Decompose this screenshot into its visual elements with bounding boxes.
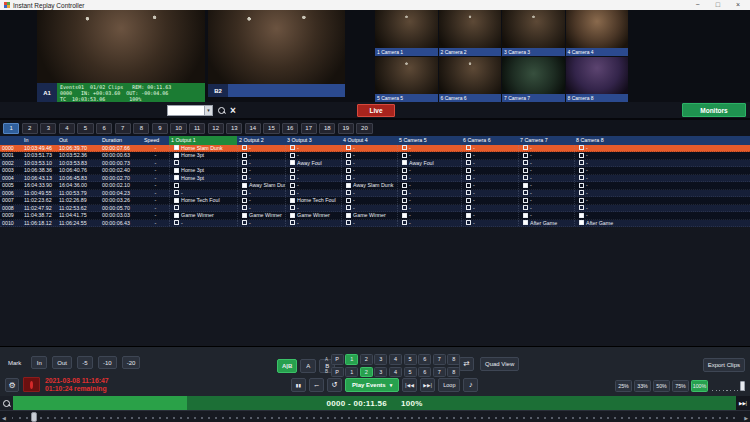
channel-checkbox[interactable] bbox=[523, 213, 528, 218]
column-header-3-output-3[interactable]: 3 Output 3 bbox=[285, 136, 341, 145]
monitor-b[interactable]: B2 bbox=[208, 10, 345, 102]
channel-checkbox[interactable] bbox=[402, 183, 407, 188]
camera-thumb-5[interactable]: 5 Camera 5 bbox=[375, 57, 438, 103]
playbar-zoom-button[interactable] bbox=[0, 396, 13, 410]
channel-checkbox[interactable] bbox=[466, 183, 471, 188]
channel-checkbox[interactable] bbox=[242, 190, 247, 195]
channel-checkbox[interactable] bbox=[466, 205, 471, 210]
column-header-7-camera-7[interactable]: 7 Camera 7 bbox=[518, 136, 574, 145]
bank-a-channel-2[interactable]: 2 bbox=[360, 354, 373, 365]
column-header-duration[interactable]: Duration bbox=[100, 136, 142, 145]
tab-2[interactable]: 2 bbox=[22, 123, 38, 134]
channel-checkbox[interactable] bbox=[402, 145, 407, 150]
channel-checkbox[interactable] bbox=[523, 198, 528, 203]
search-dropdown-caret-icon[interactable]: ▾ bbox=[204, 106, 212, 115]
live-button[interactable]: Live bbox=[357, 104, 395, 117]
tab-4[interactable]: 4 bbox=[59, 123, 75, 134]
channel-checkbox[interactable] bbox=[523, 153, 528, 158]
20-button[interactable]: -20 bbox=[122, 356, 141, 369]
bank-a-p-button[interactable]: P bbox=[331, 354, 344, 365]
bank-a-channel-7[interactable]: 7 bbox=[433, 354, 446, 365]
channel-checkbox[interactable] bbox=[290, 153, 295, 158]
bank-a-channel-6[interactable]: 6 bbox=[418, 354, 431, 365]
tab-8[interactable]: 8 bbox=[133, 123, 149, 134]
timeline-ruler[interactable]: ◀ ▶ bbox=[0, 410, 750, 422]
channel-checkbox[interactable] bbox=[579, 213, 584, 218]
table-row-0000[interactable]: 000010:03:49.4610:06:39.7000:00:07.66-Ho… bbox=[0, 145, 750, 153]
tab-11[interactable]: 11 bbox=[189, 123, 205, 134]
channel-checkbox[interactable] bbox=[346, 160, 351, 165]
channel-checkbox[interactable] bbox=[579, 175, 584, 180]
channel-checkbox[interactable] bbox=[346, 145, 351, 150]
ab-both-button[interactable]: A|B bbox=[277, 359, 297, 373]
channel-checkbox[interactable] bbox=[242, 145, 247, 150]
speed-75[interactable]: 75% bbox=[672, 380, 689, 392]
channel-checkbox[interactable] bbox=[402, 168, 407, 173]
channel-checkbox[interactable] bbox=[290, 205, 295, 210]
channel-checkbox[interactable] bbox=[523, 205, 528, 210]
channel-checkbox[interactable] bbox=[242, 205, 247, 210]
channel-checkbox[interactable] bbox=[579, 205, 584, 210]
table-row-0004[interactable]: 000410:06:43.1310:06:45.8300:00:02.70-Ho… bbox=[0, 175, 750, 183]
speed-50[interactable]: 50% bbox=[653, 380, 670, 392]
channel-checkbox[interactable] bbox=[466, 160, 471, 165]
ruler-scroll-left-icon[interactable]: ◀ bbox=[2, 415, 6, 421]
camera-thumb-1[interactable]: 1 Camera 1 bbox=[375, 10, 438, 56]
camera-thumb-3[interactable]: 3 Camera 3 bbox=[502, 10, 565, 56]
column-header-in[interactable]: In bbox=[22, 136, 57, 145]
search-input[interactable] bbox=[168, 106, 204, 115]
tab-20[interactable]: 20 bbox=[356, 123, 372, 134]
channel-checkbox[interactable] bbox=[523, 183, 528, 188]
monitors-button[interactable]: Monitors bbox=[682, 103, 746, 117]
channel-checkbox[interactable] bbox=[402, 220, 407, 225]
channel-checkbox[interactable] bbox=[290, 190, 295, 195]
replay-button[interactable]: ↺ bbox=[327, 378, 342, 392]
timeline-scrubber[interactable] bbox=[31, 412, 37, 422]
in-button[interactable]: In bbox=[31, 356, 47, 369]
tab-12[interactable]: 12 bbox=[208, 123, 224, 134]
channel-checkbox[interactable] bbox=[174, 205, 179, 210]
bank-a-channel-4[interactable]: 4 bbox=[389, 354, 402, 365]
channel-checkbox[interactable] bbox=[290, 213, 295, 218]
channel-checkbox[interactable] bbox=[174, 145, 179, 150]
channel-checkbox[interactable] bbox=[466, 168, 471, 173]
speed-slider[interactable] bbox=[712, 381, 745, 391]
channel-checkbox[interactable] bbox=[174, 213, 179, 218]
channel-checkbox[interactable] bbox=[242, 168, 247, 173]
channel-checkbox[interactable] bbox=[346, 198, 351, 203]
playbar-track[interactable]: 0000 - 00:11.56 100% bbox=[13, 396, 736, 410]
channel-checkbox[interactable] bbox=[174, 168, 179, 173]
tab-1[interactable]: 1 bbox=[3, 123, 19, 134]
bank-b-channel-3[interactable]: 3 bbox=[374, 367, 387, 378]
channel-checkbox[interactable] bbox=[174, 153, 179, 158]
play-events-button[interactable]: Play Events ▾ bbox=[345, 378, 399, 392]
channel-checkbox[interactable] bbox=[174, 220, 179, 225]
bank-b-channel-2[interactable]: 2 bbox=[360, 367, 373, 378]
slider-handle[interactable] bbox=[740, 381, 745, 391]
record-button[interactable] bbox=[23, 377, 40, 392]
tab-7[interactable]: 7 bbox=[115, 123, 131, 134]
bank-a-channel-3[interactable]: 3 bbox=[374, 354, 387, 365]
channel-checkbox[interactable] bbox=[523, 145, 528, 150]
channel-checkbox[interactable] bbox=[174, 183, 179, 188]
minimize-icon[interactable]: − bbox=[696, 0, 700, 10]
channel-checkbox[interactable] bbox=[290, 168, 295, 173]
channel-checkbox[interactable] bbox=[466, 175, 471, 180]
table-row-0005[interactable]: 000516:04:33.9016:04:36.0000:00:02.10-Aw… bbox=[0, 182, 750, 190]
table-row-0006[interactable]: 000611:00:49.5511:00:53.7900:00:04.23---… bbox=[0, 190, 750, 198]
channel-checkbox[interactable] bbox=[346, 183, 351, 188]
channel-checkbox[interactable] bbox=[174, 190, 179, 195]
channel-checkbox[interactable] bbox=[290, 183, 295, 188]
column-header-1-output-1[interactable]: 1 Output 1 bbox=[169, 136, 237, 145]
channel-checkbox[interactable] bbox=[466, 190, 471, 195]
skip-start-button[interactable]: |◀◀ bbox=[402, 378, 417, 392]
bank-b-channel-7[interactable]: 7 bbox=[433, 367, 446, 378]
search-icon[interactable] bbox=[217, 106, 226, 115]
channel-checkbox[interactable] bbox=[346, 205, 351, 210]
camera-thumb-6[interactable]: 6 Camera 6 bbox=[439, 57, 502, 103]
search-clear-icon[interactable]: × bbox=[230, 106, 236, 116]
table-row-0001[interactable]: 000110:03:51.7310:03:52.3600:00:00.63-Ho… bbox=[0, 152, 750, 160]
table-row-0010[interactable]: 001011:06:18.1211:06:24.5500:00:06.43---… bbox=[0, 220, 750, 228]
channel-checkbox[interactable] bbox=[579, 168, 584, 173]
channel-checkbox[interactable] bbox=[242, 175, 247, 180]
